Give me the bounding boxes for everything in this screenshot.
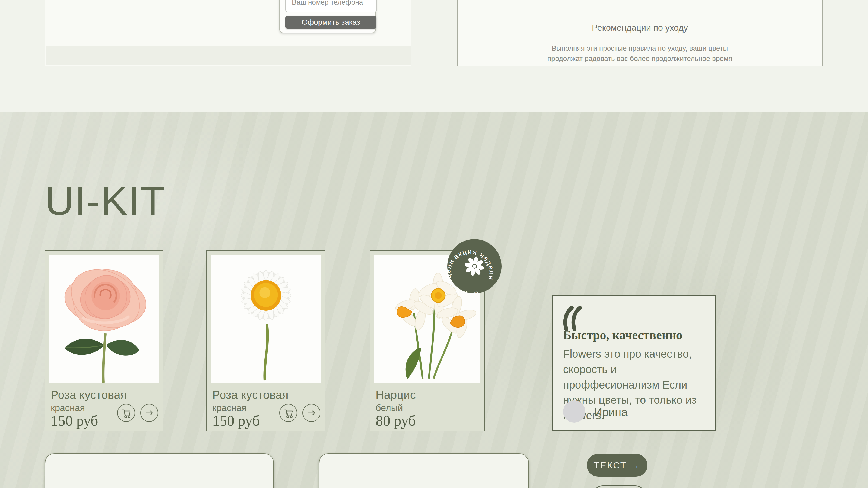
product-variant: красная xyxy=(51,402,85,413)
cart-icon xyxy=(118,404,134,421)
product-price: 150 руб xyxy=(212,412,260,429)
weekly-promo-badge[interactable]: акция недели акция недели xyxy=(447,239,501,293)
cta-button[interactable]: ТЕКСТ → xyxy=(587,454,648,477)
care-card-body: Выполняя эти простые правила по уходу, в… xyxy=(542,43,738,64)
arrow-right-icon xyxy=(303,404,320,421)
top-section: Оформить заказ Рекомендации по уходу Вып… xyxy=(0,0,868,112)
product-card-rose[interactable]: Роза кустовая красная 150 руб xyxy=(45,250,163,431)
add-to-cart-button[interactable] xyxy=(117,404,135,422)
product-image-rose xyxy=(50,255,159,383)
avatar xyxy=(563,400,585,423)
bottom-card-left xyxy=(45,453,274,488)
rose-bloom xyxy=(61,258,150,339)
page-title: UI-KIT xyxy=(45,181,165,221)
chamomile-illustration xyxy=(211,255,321,383)
cta-button-outline[interactable] xyxy=(593,485,645,488)
phone-input[interactable] xyxy=(285,0,377,12)
open-product-button[interactable] xyxy=(303,404,320,422)
product-image-chamomile xyxy=(211,255,321,383)
submit-order-button[interactable]: Оформить заказ xyxy=(285,16,376,29)
testimonial-card: Быстро, качественно Flowers это про каче… xyxy=(552,295,716,431)
product-name: Роза кустовая xyxy=(212,389,288,401)
bottom-card-right xyxy=(319,453,529,488)
product-variant: белый xyxy=(376,402,403,413)
rose-illustration xyxy=(50,255,159,383)
cta-label: ТЕКСТ xyxy=(593,460,627,470)
add-to-cart-button[interactable] xyxy=(279,404,297,422)
product-card-chamomile[interactable]: Роза кустовая красная 150 руб xyxy=(207,250,326,431)
product-price: 150 руб xyxy=(51,412,98,429)
product-name: Роза кустовая xyxy=(51,389,127,401)
product-name: Нарцис xyxy=(376,389,416,401)
product-variant: красная xyxy=(212,402,247,413)
arrow-right-icon xyxy=(141,404,158,421)
cta-arrow-icon: → xyxy=(631,460,641,470)
testimonial-body: Flowers это про качество, скорость и про… xyxy=(563,346,712,423)
testimonial-title: Быстро, качественно xyxy=(563,328,682,342)
cart-icon xyxy=(280,404,297,421)
order-card-footer-strip xyxy=(46,46,411,65)
product-price: 80 руб xyxy=(376,412,416,429)
testimonial-author: Ирина xyxy=(594,406,628,419)
care-card-title: Рекомендации по уходу xyxy=(458,23,822,33)
care-recommendations-card: Рекомендации по уходу Выполняя эти прост… xyxy=(457,0,823,66)
ui-kit-section: UI-KIT xyxy=(0,112,868,488)
open-product-button[interactable] xyxy=(140,404,158,422)
